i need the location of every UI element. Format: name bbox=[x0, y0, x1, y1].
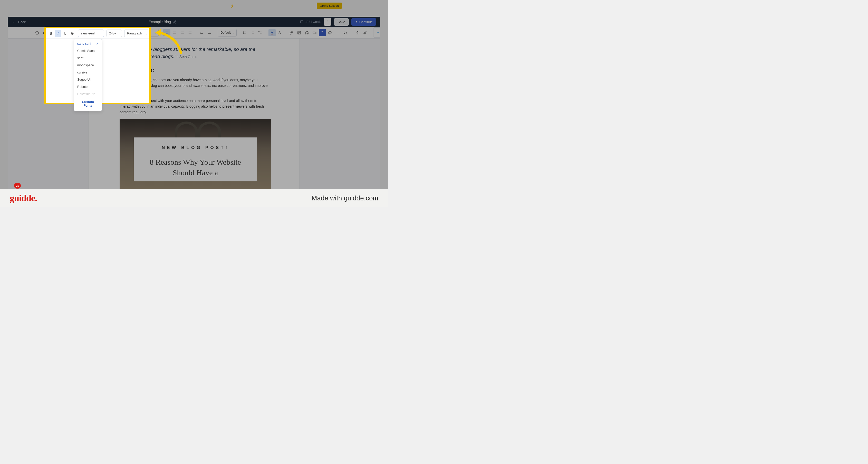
text-color-button[interactable]: A bbox=[269, 29, 276, 36]
font-option-segoe-ui[interactable]: Segoe UI bbox=[74, 76, 102, 83]
strikethrough-button[interactable]: S bbox=[69, 30, 75, 37]
code-button[interactable] bbox=[342, 29, 349, 36]
svg-rect-9 bbox=[313, 32, 315, 34]
align-justify-button[interactable] bbox=[186, 29, 193, 36]
bullet-list-icon bbox=[243, 31, 247, 35]
font-option-monospace[interactable]: monospace bbox=[74, 62, 102, 69]
chevron-down-icon: ⌄ bbox=[145, 32, 147, 35]
ordered-list-icon bbox=[250, 31, 254, 35]
header-bar: Back Example Blog 1141 words Save Contin… bbox=[8, 17, 380, 27]
quote-button[interactable]: ” bbox=[319, 29, 326, 36]
font-family-value: sans-serif bbox=[81, 32, 95, 35]
sparkle-icon bbox=[376, 31, 379, 34]
font-size-value: 24px bbox=[109, 32, 116, 35]
custom-fonts-button[interactable]: Custom Fonts bbox=[74, 98, 102, 110]
svg-point-8 bbox=[298, 32, 299, 32]
indent-icon bbox=[208, 31, 212, 35]
attachment-icon bbox=[363, 31, 367, 35]
svg-rect-6 bbox=[259, 31, 259, 32]
highlight-button[interactable]: A bbox=[276, 29, 283, 36]
text-color-icon: A bbox=[271, 31, 273, 35]
footer: guidde. Made with guidde.com bbox=[0, 189, 388, 207]
link-button[interactable] bbox=[288, 29, 295, 36]
undo-icon bbox=[35, 31, 39, 35]
italic-icon: I bbox=[57, 31, 59, 35]
guidde-logo: guidde. bbox=[10, 193, 37, 203]
block-type-select[interactable]: Paragraph⌄ bbox=[124, 30, 149, 37]
svg-point-5 bbox=[243, 33, 244, 34]
align-justify-icon bbox=[188, 31, 192, 35]
chevron-down-icon: ⌄ bbox=[233, 31, 235, 34]
video-button[interactable] bbox=[311, 29, 318, 36]
bullet-list-button[interactable] bbox=[241, 29, 248, 36]
svg-point-10 bbox=[329, 31, 331, 34]
chevron-down-icon: ⌄ bbox=[118, 32, 120, 35]
svg-point-1 bbox=[327, 22, 328, 22]
audio-button[interactable] bbox=[303, 29, 311, 36]
quote-icon: ” bbox=[321, 31, 323, 35]
save-button[interactable]: Save bbox=[334, 18, 349, 26]
bold-icon: B bbox=[50, 31, 52, 35]
underline-icon: U bbox=[64, 31, 66, 35]
font-option-comic-sans[interactable]: Comic Sans bbox=[74, 47, 102, 55]
outdent-icon bbox=[200, 31, 204, 35]
bold-button[interactable]: B bbox=[48, 30, 54, 37]
continue-label: Continue bbox=[359, 20, 373, 24]
attachment-button[interactable] bbox=[361, 29, 369, 36]
font-option-serif[interactable]: serif bbox=[74, 55, 102, 62]
word-count: 1141 words bbox=[305, 20, 321, 24]
continue-button[interactable]: Continue bbox=[351, 18, 376, 26]
chevron-down-icon: ⌄ bbox=[100, 32, 102, 35]
underline-button[interactable]: U bbox=[62, 30, 68, 37]
support-button[interactable]: topline Support bbox=[317, 3, 342, 9]
divider-icon: — bbox=[336, 31, 340, 35]
clear-format-button[interactable] bbox=[354, 29, 361, 36]
back-button[interactable]: Back bbox=[12, 20, 26, 24]
clear-format-icon bbox=[355, 31, 359, 35]
strikethrough-icon: S bbox=[71, 31, 73, 35]
hero-card: NEW BLOG POST! 8 Reasons Why Your Websit… bbox=[134, 138, 257, 181]
line-height-select[interactable]: Default⌄ bbox=[218, 29, 237, 36]
image-button[interactable] bbox=[296, 29, 303, 36]
undo-button[interactable] bbox=[33, 29, 40, 36]
video-icon bbox=[313, 31, 316, 35]
font-option-roboto[interactable]: Roboto bbox=[74, 83, 102, 90]
hero-eyebrow: NEW BLOG POST! bbox=[140, 145, 251, 150]
edit-icon[interactable] bbox=[173, 20, 177, 24]
font-family-select[interactable]: sans-serif⌄ bbox=[78, 30, 104, 37]
content-ai-button[interactable]: Content AI bbox=[373, 28, 380, 38]
font-option-label: serif bbox=[77, 56, 84, 60]
more-button[interactable] bbox=[323, 18, 331, 26]
font-option-label: monospace bbox=[77, 63, 94, 67]
svg-point-4 bbox=[243, 32, 244, 33]
block-type-value: Paragraph bbox=[127, 32, 142, 35]
arrow-left-icon bbox=[12, 20, 16, 24]
font-option-label: Helvetica Ne bbox=[77, 92, 95, 96]
font-option-label: sans-serif bbox=[77, 42, 91, 46]
divider-button[interactable]: — bbox=[334, 29, 341, 36]
italic-button[interactable]: I bbox=[55, 30, 61, 37]
font-option-label: Comic Sans bbox=[77, 49, 94, 53]
notification-badge[interactable]: 21 bbox=[14, 183, 21, 188]
spotlight-toolbar-segment: B I U S sans-serif⌄ 24px⌄ Paragraph⌄ bbox=[46, 28, 149, 39]
image-icon bbox=[297, 31, 301, 35]
font-option-cursive[interactable]: cursive bbox=[74, 69, 102, 76]
checklist-button[interactable] bbox=[257, 29, 264, 36]
indent-button[interactable] bbox=[206, 29, 213, 36]
book-icon bbox=[300, 20, 304, 24]
font-option-sans-serif[interactable]: sans-serif✓ bbox=[74, 40, 102, 47]
more-vertical-icon bbox=[326, 20, 330, 24]
emoji-button[interactable] bbox=[327, 29, 334, 36]
line-height-value: Default bbox=[220, 31, 231, 34]
highlight-icon: A bbox=[278, 31, 281, 35]
ordered-list-button[interactable] bbox=[249, 29, 256, 36]
checklist-icon bbox=[258, 31, 262, 35]
svg-point-2 bbox=[327, 23, 328, 23]
outdent-button[interactable] bbox=[198, 29, 205, 36]
font-size-select[interactable]: 24px⌄ bbox=[106, 30, 122, 37]
font-option-helvetica[interactable]: Helvetica Ne bbox=[74, 90, 102, 98]
page-title: Example Blog bbox=[149, 20, 171, 24]
font-option-label: Segoe UI bbox=[77, 78, 91, 82]
font-option-label: cursive bbox=[77, 71, 88, 74]
hero-title: 8 Reasons Why Your Website Should Have a bbox=[140, 157, 251, 178]
